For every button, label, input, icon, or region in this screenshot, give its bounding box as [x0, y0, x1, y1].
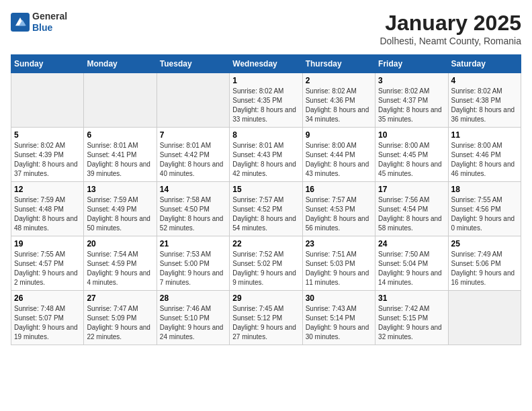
calendar-cell: 7Sunrise: 8:01 AM Sunset: 4:42 PM Daylig… — [157, 128, 229, 182]
logo-icon — [11, 13, 30, 32]
calendar-cell: 13Sunrise: 7:59 AM Sunset: 4:49 PM Dayli… — [84, 182, 157, 236]
day-number: 29 — [232, 293, 299, 303]
day-info: Sunrise: 7:56 AM Sunset: 4:54 PM Dayligh… — [378, 195, 445, 233]
calendar-cell: 19Sunrise: 7:55 AM Sunset: 4:57 PM Dayli… — [11, 236, 84, 291]
header-row: SundayMondayTuesdayWednesdayThursdayFrid… — [11, 55, 521, 73]
calendar-cell: 12Sunrise: 7:59 AM Sunset: 4:48 PM Dayli… — [11, 182, 84, 236]
day-number: 14 — [160, 185, 226, 194]
page-header: General Blue January 2025 Dolhesti, Neam… — [11, 11, 521, 46]
day-info: Sunrise: 7:55 AM Sunset: 4:57 PM Dayligh… — [14, 250, 81, 287]
calendar-cell: 18Sunrise: 7:55 AM Sunset: 4:56 PM Dayli… — [448, 182, 521, 236]
day-info: Sunrise: 7:42 AM Sunset: 5:15 PM Dayligh… — [378, 304, 445, 342]
header-cell-tuesday: Tuesday — [157, 55, 229, 73]
day-info: Sunrise: 7:57 AM Sunset: 4:52 PM Dayligh… — [232, 195, 299, 233]
calendar-cell: 26Sunrise: 7:48 AM Sunset: 5:07 PM Dayli… — [11, 291, 84, 345]
day-info: Sunrise: 7:45 AM Sunset: 5:12 PM Dayligh… — [232, 304, 299, 342]
day-number: 3 — [378, 76, 445, 85]
day-info: Sunrise: 7:58 AM Sunset: 4:50 PM Dayligh… — [160, 195, 226, 233]
day-info: Sunrise: 8:02 AM Sunset: 4:39 PM Dayligh… — [14, 141, 81, 179]
title-block: January 2025 Dolhesti, Neamt County, Rom… — [380, 11, 521, 46]
calendar-cell — [11, 73, 84, 128]
calendar-cell: 3Sunrise: 8:02 AM Sunset: 4:37 PM Daylig… — [375, 73, 448, 128]
calendar-cell: 24Sunrise: 7:50 AM Sunset: 5:04 PM Dayli… — [375, 236, 448, 291]
day-number: 24 — [378, 239, 445, 248]
day-info: Sunrise: 8:02 AM Sunset: 4:37 PM Dayligh… — [378, 87, 445, 124]
day-info: Sunrise: 8:00 AM Sunset: 4:45 PM Dayligh… — [378, 141, 445, 179]
calendar-cell: 2Sunrise: 8:02 AM Sunset: 4:36 PM Daylig… — [302, 73, 375, 128]
day-number: 17 — [378, 185, 445, 194]
page-subtitle: Dolhesti, Neamt County, Romania — [380, 36, 521, 46]
calendar-cell: 14Sunrise: 7:58 AM Sunset: 4:50 PM Dayli… — [157, 182, 229, 236]
day-number: 19 — [14, 239, 81, 248]
day-info: Sunrise: 7:48 AM Sunset: 5:07 PM Dayligh… — [14, 304, 81, 342]
day-info: Sunrise: 7:52 AM Sunset: 5:02 PM Dayligh… — [232, 250, 299, 287]
day-number: 23 — [306, 239, 372, 248]
calendar-week-2: 5Sunrise: 8:02 AM Sunset: 4:39 PM Daylig… — [11, 128, 521, 182]
calendar-cell: 28Sunrise: 7:46 AM Sunset: 5:10 PM Dayli… — [157, 291, 229, 345]
day-number: 25 — [451, 239, 518, 248]
day-number: 8 — [232, 130, 299, 140]
header-cell-wednesday: Wednesday — [230, 55, 302, 73]
calendar-cell — [157, 73, 229, 128]
calendar-cell: 15Sunrise: 7:57 AM Sunset: 4:52 PM Dayli… — [230, 182, 302, 236]
day-info: Sunrise: 7:43 AM Sunset: 5:14 PM Dayligh… — [306, 304, 372, 342]
day-info: Sunrise: 8:01 AM Sunset: 4:41 PM Dayligh… — [87, 141, 153, 179]
day-info: Sunrise: 7:54 AM Sunset: 4:59 PM Dayligh… — [87, 250, 153, 287]
logo: General Blue — [11, 11, 67, 34]
day-number: 2 — [306, 76, 372, 85]
day-info: Sunrise: 8:01 AM Sunset: 4:43 PM Dayligh… — [232, 141, 299, 179]
day-number: 9 — [306, 130, 372, 140]
calendar-cell: 21Sunrise: 7:53 AM Sunset: 5:00 PM Dayli… — [157, 236, 229, 291]
day-number: 30 — [306, 293, 372, 303]
day-info: Sunrise: 7:51 AM Sunset: 5:03 PM Dayligh… — [306, 250, 372, 287]
day-info: Sunrise: 8:01 AM Sunset: 4:42 PM Dayligh… — [160, 141, 226, 179]
day-info: Sunrise: 8:00 AM Sunset: 4:46 PM Dayligh… — [451, 141, 518, 179]
header-cell-friday: Friday — [375, 55, 448, 73]
calendar-cell: 8Sunrise: 8:01 AM Sunset: 4:43 PM Daylig… — [230, 128, 302, 182]
calendar-cell: 4Sunrise: 8:02 AM Sunset: 4:38 PM Daylig… — [448, 73, 521, 128]
day-info: Sunrise: 7:59 AM Sunset: 4:49 PM Dayligh… — [87, 195, 153, 233]
calendar-cell: 20Sunrise: 7:54 AM Sunset: 4:59 PM Dayli… — [84, 236, 157, 291]
day-number: 4 — [451, 76, 518, 85]
day-number: 7 — [160, 130, 226, 140]
calendar-cell: 9Sunrise: 8:00 AM Sunset: 4:44 PM Daylig… — [302, 128, 375, 182]
calendar-cell: 11Sunrise: 8:00 AM Sunset: 4:46 PM Dayli… — [448, 128, 521, 182]
calendar-cell: 22Sunrise: 7:52 AM Sunset: 5:02 PM Dayli… — [230, 236, 302, 291]
day-number: 10 — [378, 130, 445, 140]
day-info: Sunrise: 7:55 AM Sunset: 4:56 PM Dayligh… — [451, 195, 518, 233]
day-number: 1 — [232, 76, 299, 85]
day-info: Sunrise: 7:49 AM Sunset: 5:06 PM Dayligh… — [451, 250, 518, 287]
header-cell-monday: Monday — [84, 55, 157, 73]
day-info: Sunrise: 7:47 AM Sunset: 5:09 PM Dayligh… — [87, 304, 153, 342]
day-number: 12 — [14, 185, 81, 194]
header-cell-thursday: Thursday — [302, 55, 375, 73]
calendar-week-5: 26Sunrise: 7:48 AM Sunset: 5:07 PM Dayli… — [11, 291, 521, 345]
day-number: 13 — [87, 185, 153, 194]
calendar-cell: 31Sunrise: 7:42 AM Sunset: 5:15 PM Dayli… — [375, 291, 448, 345]
day-info: Sunrise: 7:57 AM Sunset: 4:53 PM Dayligh… — [306, 195, 372, 233]
header-cell-saturday: Saturday — [448, 55, 521, 73]
calendar-cell: 10Sunrise: 8:00 AM Sunset: 4:45 PM Dayli… — [375, 128, 448, 182]
day-number: 11 — [451, 130, 518, 140]
calendar-cell: 25Sunrise: 7:49 AM Sunset: 5:06 PM Dayli… — [448, 236, 521, 291]
day-info: Sunrise: 8:00 AM Sunset: 4:44 PM Dayligh… — [306, 141, 372, 179]
logo-text: General Blue — [32, 11, 67, 34]
day-number: 20 — [87, 239, 153, 248]
calendar-cell: 5Sunrise: 8:02 AM Sunset: 4:39 PM Daylig… — [11, 128, 84, 182]
day-info: Sunrise: 7:46 AM Sunset: 5:10 PM Dayligh… — [160, 304, 226, 342]
day-number: 15 — [232, 185, 299, 194]
calendar-cell: 30Sunrise: 7:43 AM Sunset: 5:14 PM Dayli… — [302, 291, 375, 345]
calendar-cell: 27Sunrise: 7:47 AM Sunset: 5:09 PM Dayli… — [84, 291, 157, 345]
calendar-cell: 23Sunrise: 7:51 AM Sunset: 5:03 PM Dayli… — [302, 236, 375, 291]
calendar-body: 1Sunrise: 8:02 AM Sunset: 4:35 PM Daylig… — [11, 73, 521, 345]
day-info: Sunrise: 8:02 AM Sunset: 4:36 PM Dayligh… — [306, 87, 372, 124]
day-info: Sunrise: 7:59 AM Sunset: 4:48 PM Dayligh… — [14, 195, 81, 233]
day-number: 6 — [87, 130, 153, 140]
calendar-cell: 6Sunrise: 8:01 AM Sunset: 4:41 PM Daylig… — [84, 128, 157, 182]
day-info: Sunrise: 7:53 AM Sunset: 5:00 PM Dayligh… — [160, 250, 226, 287]
day-number: 16 — [306, 185, 372, 194]
day-number: 22 — [232, 239, 299, 248]
calendar-cell: 16Sunrise: 7:57 AM Sunset: 4:53 PM Dayli… — [302, 182, 375, 236]
calendar-table: SundayMondayTuesdayWednesdayThursdayFrid… — [11, 54, 521, 345]
day-number: 26 — [14, 293, 81, 303]
